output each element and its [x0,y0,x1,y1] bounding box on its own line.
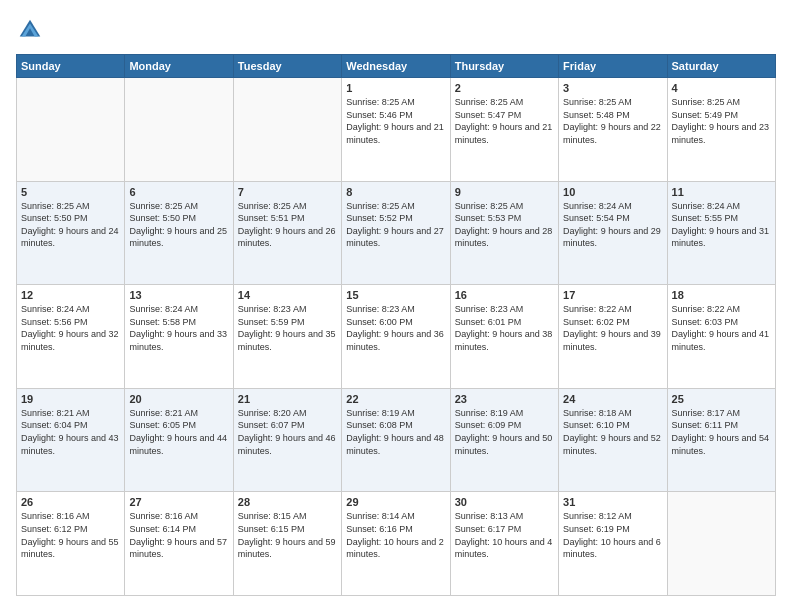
calendar-day-cell: 3Sunrise: 8:25 AM Sunset: 5:48 PM Daylig… [559,78,667,182]
day-info: Sunrise: 8:25 AM Sunset: 5:51 PM Dayligh… [238,200,337,250]
day-number: 25 [672,393,771,405]
calendar-day-cell: 2Sunrise: 8:25 AM Sunset: 5:47 PM Daylig… [450,78,558,182]
calendar-day-cell: 22Sunrise: 8:19 AM Sunset: 6:08 PM Dayli… [342,388,450,492]
day-number: 24 [563,393,662,405]
calendar-header-row: SundayMondayTuesdayWednesdayThursdayFrid… [17,55,776,78]
day-info: Sunrise: 8:19 AM Sunset: 6:09 PM Dayligh… [455,407,554,457]
calendar-day-cell: 29Sunrise: 8:14 AM Sunset: 6:16 PM Dayli… [342,492,450,596]
calendar-day-cell [667,492,775,596]
day-info: Sunrise: 8:13 AM Sunset: 6:17 PM Dayligh… [455,510,554,560]
calendar-day-cell: 19Sunrise: 8:21 AM Sunset: 6:04 PM Dayli… [17,388,125,492]
logo [16,16,48,44]
calendar-day-cell: 15Sunrise: 8:23 AM Sunset: 6:00 PM Dayli… [342,285,450,389]
day-number: 7 [238,186,337,198]
calendar-week-row: 26Sunrise: 8:16 AM Sunset: 6:12 PM Dayli… [17,492,776,596]
day-info: Sunrise: 8:24 AM Sunset: 5:55 PM Dayligh… [672,200,771,250]
calendar-day-cell: 13Sunrise: 8:24 AM Sunset: 5:58 PM Dayli… [125,285,233,389]
day-number: 19 [21,393,120,405]
day-info: Sunrise: 8:25 AM Sunset: 5:53 PM Dayligh… [455,200,554,250]
calendar-day-cell: 30Sunrise: 8:13 AM Sunset: 6:17 PM Dayli… [450,492,558,596]
day-number: 8 [346,186,445,198]
day-number: 3 [563,82,662,94]
calendar-day-cell: 14Sunrise: 8:23 AM Sunset: 5:59 PM Dayli… [233,285,341,389]
calendar-day-cell: 7Sunrise: 8:25 AM Sunset: 5:51 PM Daylig… [233,181,341,285]
calendar-day-cell: 27Sunrise: 8:16 AM Sunset: 6:14 PM Dayli… [125,492,233,596]
day-number: 11 [672,186,771,198]
day-number: 17 [563,289,662,301]
day-number: 20 [129,393,228,405]
calendar-day-cell: 26Sunrise: 8:16 AM Sunset: 6:12 PM Dayli… [17,492,125,596]
calendar-day-cell: 8Sunrise: 8:25 AM Sunset: 5:52 PM Daylig… [342,181,450,285]
day-number: 28 [238,496,337,508]
day-info: Sunrise: 8:17 AM Sunset: 6:11 PM Dayligh… [672,407,771,457]
calendar-day-cell: 21Sunrise: 8:20 AM Sunset: 6:07 PM Dayli… [233,388,341,492]
day-info: Sunrise: 8:21 AM Sunset: 6:04 PM Dayligh… [21,407,120,457]
day-number: 15 [346,289,445,301]
weekday-header: Monday [125,55,233,78]
calendar-day-cell: 9Sunrise: 8:25 AM Sunset: 5:53 PM Daylig… [450,181,558,285]
calendar-day-cell: 24Sunrise: 8:18 AM Sunset: 6:10 PM Dayli… [559,388,667,492]
logo-icon [16,16,44,44]
calendar-day-cell: 6Sunrise: 8:25 AM Sunset: 5:50 PM Daylig… [125,181,233,285]
day-number: 2 [455,82,554,94]
calendar-day-cell [125,78,233,182]
day-info: Sunrise: 8:22 AM Sunset: 6:02 PM Dayligh… [563,303,662,353]
day-number: 9 [455,186,554,198]
day-info: Sunrise: 8:19 AM Sunset: 6:08 PM Dayligh… [346,407,445,457]
day-info: Sunrise: 8:25 AM Sunset: 5:46 PM Dayligh… [346,96,445,146]
weekday-header: Saturday [667,55,775,78]
day-info: Sunrise: 8:25 AM Sunset: 5:49 PM Dayligh… [672,96,771,146]
calendar-day-cell: 18Sunrise: 8:22 AM Sunset: 6:03 PM Dayli… [667,285,775,389]
day-info: Sunrise: 8:23 AM Sunset: 5:59 PM Dayligh… [238,303,337,353]
weekday-header: Tuesday [233,55,341,78]
day-number: 14 [238,289,337,301]
day-info: Sunrise: 8:25 AM Sunset: 5:50 PM Dayligh… [129,200,228,250]
day-number: 31 [563,496,662,508]
calendar-week-row: 1Sunrise: 8:25 AM Sunset: 5:46 PM Daylig… [17,78,776,182]
day-info: Sunrise: 8:24 AM Sunset: 5:56 PM Dayligh… [21,303,120,353]
day-number: 27 [129,496,228,508]
day-number: 22 [346,393,445,405]
calendar-day-cell: 11Sunrise: 8:24 AM Sunset: 5:55 PM Dayli… [667,181,775,285]
weekday-header: Friday [559,55,667,78]
calendar-week-row: 12Sunrise: 8:24 AM Sunset: 5:56 PM Dayli… [17,285,776,389]
weekday-header: Wednesday [342,55,450,78]
day-info: Sunrise: 8:18 AM Sunset: 6:10 PM Dayligh… [563,407,662,457]
day-number: 16 [455,289,554,301]
day-info: Sunrise: 8:25 AM Sunset: 5:47 PM Dayligh… [455,96,554,146]
day-number: 18 [672,289,771,301]
day-number: 1 [346,82,445,94]
day-info: Sunrise: 8:23 AM Sunset: 6:01 PM Dayligh… [455,303,554,353]
day-number: 23 [455,393,554,405]
day-info: Sunrise: 8:25 AM Sunset: 5:52 PM Dayligh… [346,200,445,250]
calendar-day-cell: 23Sunrise: 8:19 AM Sunset: 6:09 PM Dayli… [450,388,558,492]
calendar-week-row: 5Sunrise: 8:25 AM Sunset: 5:50 PM Daylig… [17,181,776,285]
day-info: Sunrise: 8:25 AM Sunset: 5:50 PM Dayligh… [21,200,120,250]
day-info: Sunrise: 8:15 AM Sunset: 6:15 PM Dayligh… [238,510,337,560]
calendar-week-row: 19Sunrise: 8:21 AM Sunset: 6:04 PM Dayli… [17,388,776,492]
day-number: 30 [455,496,554,508]
day-number: 13 [129,289,228,301]
calendar-day-cell: 17Sunrise: 8:22 AM Sunset: 6:02 PM Dayli… [559,285,667,389]
header [16,16,776,44]
day-info: Sunrise: 8:21 AM Sunset: 6:05 PM Dayligh… [129,407,228,457]
day-number: 12 [21,289,120,301]
calendar-day-cell: 1Sunrise: 8:25 AM Sunset: 5:46 PM Daylig… [342,78,450,182]
calendar-day-cell: 20Sunrise: 8:21 AM Sunset: 6:05 PM Dayli… [125,388,233,492]
day-number: 29 [346,496,445,508]
calendar-day-cell: 4Sunrise: 8:25 AM Sunset: 5:49 PM Daylig… [667,78,775,182]
day-number: 6 [129,186,228,198]
page: SundayMondayTuesdayWednesdayThursdayFrid… [0,0,792,612]
day-info: Sunrise: 8:14 AM Sunset: 6:16 PM Dayligh… [346,510,445,560]
calendar-day-cell: 28Sunrise: 8:15 AM Sunset: 6:15 PM Dayli… [233,492,341,596]
day-number: 10 [563,186,662,198]
day-number: 21 [238,393,337,405]
day-info: Sunrise: 8:24 AM Sunset: 5:58 PM Dayligh… [129,303,228,353]
day-info: Sunrise: 8:20 AM Sunset: 6:07 PM Dayligh… [238,407,337,457]
calendar-day-cell: 16Sunrise: 8:23 AM Sunset: 6:01 PM Dayli… [450,285,558,389]
calendar-table: SundayMondayTuesdayWednesdayThursdayFrid… [16,54,776,596]
day-info: Sunrise: 8:22 AM Sunset: 6:03 PM Dayligh… [672,303,771,353]
weekday-header: Thursday [450,55,558,78]
day-info: Sunrise: 8:16 AM Sunset: 6:14 PM Dayligh… [129,510,228,560]
day-number: 5 [21,186,120,198]
